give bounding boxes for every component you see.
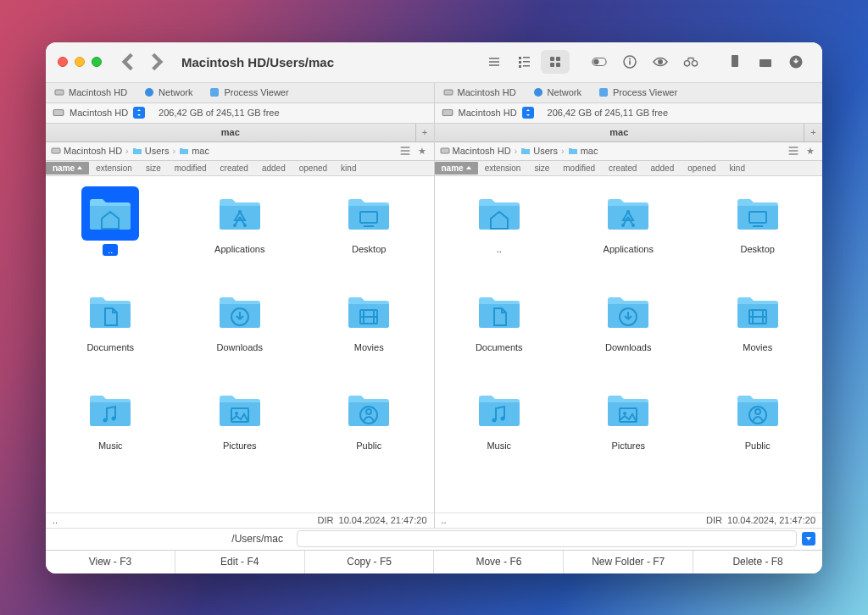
minimize-button[interactable]	[75, 57, 85, 67]
edit-button[interactable]: Edit - F4	[175, 551, 305, 573]
folder-item-music[interactable]: Music	[46, 383, 175, 476]
folder-item-desktop[interactable]: Desktop	[693, 186, 823, 280]
preview-icon[interactable]	[646, 50, 675, 74]
header-modified[interactable]: modified	[168, 163, 214, 173]
folder-tab-label[interactable]: mac	[46, 127, 415, 137]
column-headers: name extension size modified created add…	[46, 161, 434, 176]
tab-process-viewer[interactable]: Process Viewer	[590, 83, 686, 102]
favorite-icon[interactable]: ★	[415, 144, 429, 158]
chevron-right-icon: ›	[561, 146, 565, 156]
left-pane: Macintosh HD Network Process Viewer Maci…	[46, 83, 435, 528]
column-headers: name extension size modified created add…	[435, 161, 823, 176]
folder-item-downloads[interactable]: Downloads	[564, 285, 693, 378]
svg-point-49	[534, 88, 542, 97]
folder-item-public[interactable]: Public	[304, 383, 434, 476]
header-name[interactable]: name	[46, 162, 89, 175]
tab-network[interactable]: Network	[525, 83, 590, 102]
folder-item-[interactable]: ..	[435, 186, 565, 280]
binoculars-icon[interactable]	[676, 50, 705, 74]
share-icon[interactable]	[751, 50, 780, 74]
list-menu-icon[interactable]	[398, 144, 412, 158]
header-extension[interactable]: extension	[478, 163, 528, 173]
titlebar: Macintosh HD/Users/mac	[46, 42, 822, 83]
maximize-button[interactable]	[92, 57, 102, 67]
toggle-icon[interactable]	[585, 50, 614, 74]
folder-icon	[81, 285, 139, 339]
window-title: Macintosh HD/Users/mac	[181, 55, 334, 69]
new-tab-button[interactable]: +	[804, 124, 822, 141]
new-tab-button[interactable]: +	[415, 124, 434, 141]
list-menu-icon[interactable]	[787, 144, 800, 158]
view-button[interactable]: View - F3	[46, 551, 175, 573]
crumb-mac[interactable]: mac	[179, 146, 209, 156]
view-icons-icon[interactable]	[541, 50, 570, 74]
folder-icon	[470, 285, 528, 339]
header-name[interactable]: name	[435, 162, 478, 175]
folder-item-pictures[interactable]: Pictures	[564, 383, 693, 476]
folder-icon	[211, 285, 269, 339]
folder-label: Downloads	[217, 342, 263, 352]
folder-tab: mac +	[46, 124, 434, 142]
delete-button[interactable]: Delete - F8	[693, 551, 822, 573]
folder-tab-label[interactable]: mac	[435, 127, 804, 137]
crumb-mac[interactable]: mac	[568, 146, 598, 156]
folder-item-movies[interactable]: Movies	[693, 285, 823, 378]
folder-icon	[729, 186, 787, 241]
tab-macintosh-hd[interactable]: Macintosh HD	[46, 83, 136, 102]
header-added[interactable]: added	[643, 163, 681, 173]
path-input[interactable]	[297, 530, 797, 547]
view-columns-icon[interactable]	[510, 50, 539, 74]
header-modified[interactable]: modified	[556, 163, 602, 173]
back-button[interactable]	[117, 51, 139, 73]
favorite-icon[interactable]: ★	[804, 144, 817, 158]
header-added[interactable]: added	[255, 163, 292, 173]
folder-item-documents[interactable]: Documents	[435, 285, 565, 378]
folder-item-downloads[interactable]: Downloads	[175, 285, 305, 378]
crumb-users[interactable]: Users	[520, 146, 558, 156]
svg-point-32	[238, 210, 242, 213]
header-kind[interactable]: kind	[334, 163, 363, 173]
move-button[interactable]: Move - F6	[434, 551, 564, 573]
view-list-icon[interactable]	[480, 50, 509, 74]
folder-item-applications[interactable]: Applications	[564, 186, 693, 280]
chevron-right-icon: ›	[172, 146, 175, 156]
file-grid[interactable]: .. Applications Desktop Documents Downlo…	[46, 176, 434, 512]
compress-icon[interactable]	[721, 50, 749, 74]
folder-item-pictures[interactable]: Pictures	[175, 383, 305, 476]
header-created[interactable]: created	[214, 163, 255, 173]
folder-item-public[interactable]: Public	[693, 383, 823, 476]
crumb-users[interactable]: Users	[132, 146, 170, 156]
new-folder-button[interactable]: New Folder - F7	[564, 551, 693, 573]
tab-network[interactable]: Network	[136, 83, 201, 102]
header-size[interactable]: size	[139, 163, 168, 173]
folder-item-[interactable]: ..	[46, 186, 175, 280]
folder-item-movies[interactable]: Movies	[304, 285, 434, 378]
path-dropdown-icon[interactable]	[802, 532, 815, 546]
folder-item-applications[interactable]: Applications	[175, 186, 305, 280]
svg-point-45	[235, 412, 238, 415]
drive-dropdown-icon[interactable]	[522, 107, 534, 119]
crumb-disk[interactable]: Macintosh HD	[440, 146, 511, 156]
tab-macintosh-hd[interactable]: Macintosh HD	[435, 83, 525, 102]
folder-item-documents[interactable]: Documents	[46, 285, 175, 378]
crumb-disk[interactable]: Macintosh HD	[51, 146, 122, 156]
header-opened[interactable]: opened	[681, 163, 722, 173]
header-kind[interactable]: kind	[723, 163, 752, 173]
drive-select[interactable]: Macintosh HD	[435, 107, 541, 119]
info-icon[interactable]	[615, 50, 644, 74]
close-button[interactable]	[58, 57, 68, 67]
header-extension[interactable]: extension	[89, 163, 139, 173]
drive-dropdown-icon[interactable]	[133, 107, 145, 119]
header-size[interactable]: size	[527, 163, 556, 173]
copy-button[interactable]: Copy - F5	[305, 551, 435, 573]
dual-panes: Macintosh HD Network Process Viewer Maci…	[46, 83, 822, 528]
download-icon[interactable]	[782, 50, 810, 74]
folder-item-music[interactable]: Music	[435, 383, 565, 476]
tab-process-viewer[interactable]: Process Viewer	[201, 83, 297, 102]
header-opened[interactable]: opened	[292, 163, 334, 173]
folder-item-desktop[interactable]: Desktop	[304, 186, 434, 280]
header-created[interactable]: created	[602, 163, 643, 173]
drive-select[interactable]: Macintosh HD	[46, 107, 152, 119]
file-grid[interactable]: .. Applications Desktop Documents Downlo…	[435, 176, 823, 512]
forward-button[interactable]	[146, 51, 168, 73]
